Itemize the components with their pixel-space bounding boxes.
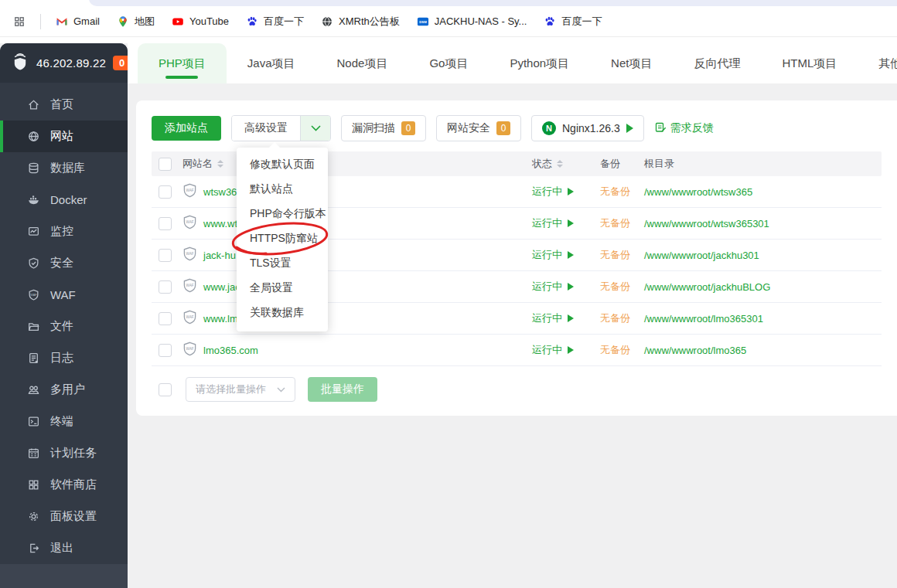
bookmark-item[interactable]: 百度一下 xyxy=(239,11,311,32)
sidebar-item-shield-check[interactable]: 安全 xyxy=(0,247,128,279)
site-status[interactable]: 运行中 xyxy=(532,311,600,325)
bookmark-item[interactable]: Gmail xyxy=(49,11,107,32)
batch-action-select[interactable]: 请选择批量操作 xyxy=(186,377,295,402)
nginx-version-label: Nginx1.26.3 xyxy=(562,122,620,134)
root-dir-link[interactable]: /www/wwwroot/wtsw365301 xyxy=(644,218,882,229)
advanced-settings-button[interactable]: 高级设置 xyxy=(231,115,331,141)
running-play-icon xyxy=(568,219,574,227)
vuln-scan-button[interactable]: 漏洞扫描 0 xyxy=(341,115,426,141)
site-name-link[interactable]: WAFwww.wt xyxy=(182,214,532,233)
bookmark-item[interactable]: DSMJACKHU-NAS - Sy... xyxy=(410,11,534,32)
backup-status[interactable]: 无备份 xyxy=(600,185,644,199)
dropdown-item-TLS设置[interactable]: TLS设置 xyxy=(237,251,328,276)
dsm-icon: DSM xyxy=(417,15,429,28)
sidebar-item-log[interactable]: 日志 xyxy=(0,342,128,374)
waf-shield-icon: WAF xyxy=(182,246,197,264)
chevron-down-icon[interactable] xyxy=(301,116,330,141)
tab-Go项目[interactable]: Go项目 xyxy=(408,43,489,83)
feedback-link[interactable]: 需求反馈 xyxy=(655,121,714,135)
sidebar-item-globe[interactable]: 网站 xyxy=(0,121,128,152)
batch-select-all-checkbox[interactable] xyxy=(159,383,172,396)
row-checkbox[interactable] xyxy=(159,312,172,325)
toolbar: 添加站点 高级设置 漏洞扫描 0 xyxy=(152,116,882,141)
sidebar-item-grid[interactable]: 软件商店 xyxy=(0,469,128,501)
advanced-settings-label: 高级设置 xyxy=(232,116,301,141)
dropdown-item-全局设置[interactable]: 全局设置 xyxy=(237,276,328,301)
site-name-link[interactable]: WAFwww.lm xyxy=(182,309,532,328)
bookmark-label: YouTube xyxy=(189,15,229,27)
row-checkbox[interactable] xyxy=(159,280,172,294)
play-icon[interactable] xyxy=(626,124,633,133)
root-dir-link[interactable]: /www/wwwroot/lmo365301 xyxy=(644,313,882,325)
root-dir-link[interactable]: /www/wwwroot/lmo365 xyxy=(644,345,882,356)
sidebar-item-terminal[interactable]: 终端 xyxy=(0,406,128,437)
sidebar-item-calendar[interactable]: 计划任务 xyxy=(0,437,128,469)
sidebar-item-docker[interactable]: Docker xyxy=(0,184,128,216)
sidebar-item-users[interactable]: 多用户 xyxy=(0,374,128,406)
site-status[interactable]: 运行中 xyxy=(532,216,600,230)
sidebar-item-monitor[interactable]: 监控 xyxy=(0,216,128,247)
tab-Node项目[interactable]: Node项目 xyxy=(316,43,409,83)
nginx-button[interactable]: N Nginx1.26.3 xyxy=(531,115,644,141)
site-name-link[interactable]: WAFlmo365.com xyxy=(182,341,532,359)
root-dir-link[interactable]: /www/wwwroot/jackhuBLOG xyxy=(644,281,882,293)
waf-shield-icon: WAF xyxy=(182,214,197,233)
row-checkbox[interactable] xyxy=(159,249,172,262)
sidebar-item-gear[interactable]: 面板设置 xyxy=(0,501,128,532)
site-security-button[interactable]: 网站安全 0 xyxy=(436,115,521,141)
backup-status[interactable]: 无备份 xyxy=(600,311,644,325)
sort-status-icon[interactable] xyxy=(557,160,563,168)
sidebar-item-folder[interactable]: 文件 xyxy=(0,311,128,342)
site-name-link[interactable]: WAFjack-hu xyxy=(182,246,532,264)
select-all-checkbox[interactable] xyxy=(159,158,172,171)
tab-其他项目[interactable]: 其他项目 xyxy=(858,43,897,83)
docker-icon xyxy=(26,192,40,206)
dropdown-item-HTTPS防窜站[interactable]: HTTPS防窜站 xyxy=(237,226,328,251)
sidebar-item-waf-shield[interactable]: WAFWAF xyxy=(0,279,128,311)
bookmark-item[interactable]: XMRth公告板 xyxy=(314,11,407,32)
home-icon xyxy=(26,97,40,111)
site-name-link[interactable]: WAFwww.jac xyxy=(182,277,532,296)
dropdown-item-关联数据库[interactable]: 关联数据库 xyxy=(237,301,328,325)
terminal-icon xyxy=(26,414,40,428)
root-dir-link[interactable]: /www/wwwroot/wtsw365 xyxy=(644,186,882,198)
backup-status[interactable]: 无备份 xyxy=(600,343,644,357)
dropdown-item-修改默认页面[interactable]: 修改默认页面 xyxy=(237,152,328,177)
root-dir-link[interactable]: /www/wwwroot/jackhu301 xyxy=(644,250,882,261)
bookmark-item[interactable]: YouTube xyxy=(165,11,236,32)
tab-Net项目[interactable]: Net项目 xyxy=(590,43,673,83)
shield-check-icon xyxy=(26,256,40,270)
site-status[interactable]: 运行中 xyxy=(532,343,600,357)
site-name-link[interactable]: WAFwtsw36 xyxy=(182,182,532,201)
sidebar-item-home[interactable]: 首页 xyxy=(0,89,128,121)
bookmark-item[interactable]: 百度一下 xyxy=(537,11,609,32)
tab-PHP项目[interactable]: PHP项目 xyxy=(138,43,227,83)
batch-action-button[interactable]: 批量操作 xyxy=(308,377,377,402)
nginx-logo-icon: N xyxy=(542,121,556,135)
tab-Python项目[interactable]: Python项目 xyxy=(489,43,590,83)
site-status[interactable]: 运行中 xyxy=(532,248,600,262)
bookmark-item[interactable]: 地图 xyxy=(110,11,162,32)
tab-HTML项目[interactable]: HTML项目 xyxy=(761,43,858,83)
tab-Java项目[interactable]: Java项目 xyxy=(227,43,316,83)
gmail-icon xyxy=(56,15,68,28)
sidebar-item-logout[interactable]: 退出 xyxy=(0,532,128,564)
sort-site-name-icon[interactable] xyxy=(217,160,223,168)
backup-status[interactable]: 无备份 xyxy=(600,280,644,294)
backup-status[interactable]: 无备份 xyxy=(600,248,644,262)
sidebar-item-database[interactable]: 数据库 xyxy=(0,152,128,184)
site-status[interactable]: 运行中 xyxy=(532,280,600,294)
apps-grid-button[interactable] xyxy=(6,11,32,32)
tab-反向代理[interactable]: 反向代理 xyxy=(673,43,761,83)
dropdown-item-默认站点[interactable]: 默认站点 xyxy=(237,177,328,202)
row-checkbox[interactable] xyxy=(159,344,172,357)
row-checkbox[interactable] xyxy=(159,185,172,199)
add-site-button[interactable]: 添加站点 xyxy=(152,116,221,141)
site-status[interactable]: 运行中 xyxy=(532,185,600,199)
dropdown-item-PHP命令行版本[interactable]: PHP命令行版本 xyxy=(237,202,328,226)
sidebar-menu: 首页网站数据库Docker监控安全WAFWAF文件日志多用户终端计划任务软件商店… xyxy=(0,83,128,564)
backup-status[interactable]: 无备份 xyxy=(600,216,644,230)
row-checkbox[interactable] xyxy=(159,217,172,230)
bookmark-label: 百度一下 xyxy=(561,15,602,29)
waf-shield-icon: WAF xyxy=(182,182,197,201)
